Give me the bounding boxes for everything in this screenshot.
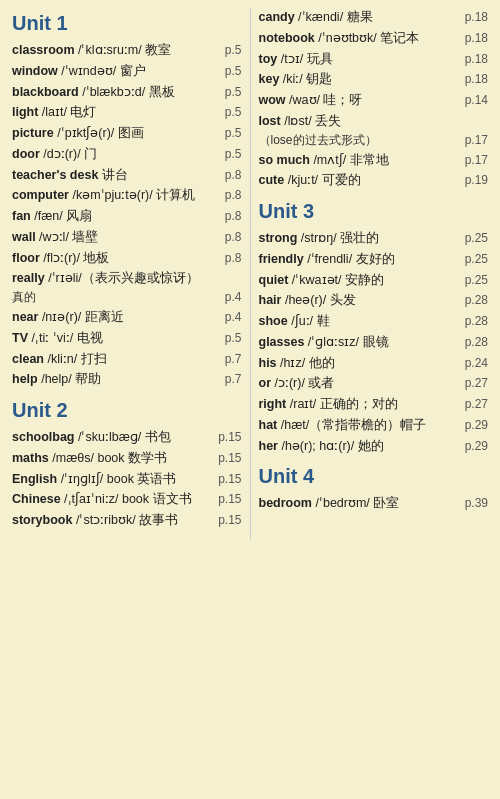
word-entry: near /nɪə(r)/ 距离近p.4 <box>12 308 242 327</box>
word-text: hair /heə(r)/ 头发 <box>259 291 461 310</box>
word-text: so much /mʌtʃ/ 非常地 <box>259 151 461 170</box>
word-text: fan /fæn/ 风扇 <box>12 207 214 226</box>
page-number: p.15 <box>214 449 242 467</box>
word-entry: teacher's desk 讲台p.8 <box>12 166 242 185</box>
page-number: p.25 <box>460 229 488 247</box>
word-entry: schoolbag /ˈskuːlbæɡ/ 书包p.15 <box>12 428 242 447</box>
left-column: Unit 1classroom /ˈklɑːsruːm/ 教室p.5window… <box>4 8 251 540</box>
page-number: p.5 <box>214 103 242 121</box>
word-text: blackboard /ˈblækbɔːd/ 黑板 <box>12 83 214 102</box>
word-entry: clean /kliːn/ 打扫p.7 <box>12 350 242 369</box>
word-extra-text: （lose的过去式形式） <box>259 132 461 149</box>
word-text: help /help/ 帮助 <box>12 370 214 389</box>
word-text: picture /ˈpɪktʃə(r)/ 图画 <box>12 124 214 143</box>
word-text: door /dɔː(r)/ 门 <box>12 145 214 164</box>
page-number: p.17 <box>460 151 488 169</box>
page-number: p.39 <box>460 494 488 512</box>
word-entry: Chinese /ˌtʃaɪˈniːz/ book 语文书p.15 <box>12 490 242 509</box>
word-entry: cute /kjuːt/ 可爱的p.19 <box>259 171 489 190</box>
page-number: p.18 <box>460 29 488 47</box>
word-text: schoolbag /ˈskuːlbæɡ/ 书包 <box>12 428 214 447</box>
word-entry: fan /fæn/ 风扇p.8 <box>12 207 242 226</box>
word-extra-text: 真的 <box>12 289 214 306</box>
right-column: candy /ˈkændi/ 糖果p.18notebook /ˈnəʊtbʊk/… <box>251 8 497 540</box>
word-text: cute /kjuːt/ 可爱的 <box>259 171 461 190</box>
page-number: p.14 <box>460 91 488 109</box>
page-number: p.27 <box>460 374 488 392</box>
word-text: light /laɪt/ 电灯 <box>12 103 214 122</box>
page-number: p.8 <box>214 166 242 184</box>
word-entry: English /ˈɪŋɡlɪʃ/ book 英语书p.15 <box>12 470 242 489</box>
unit-section: Unit 4bedroom /ˈbedrʊm/ 卧室p.39 <box>259 465 489 513</box>
word-text: her /hə(r); hɑː(r)/ 她的 <box>259 437 461 456</box>
unit-title: Unit 1 <box>12 12 242 35</box>
unit-title: Unit 4 <box>259 465 489 488</box>
word-entry: her /hə(r); hɑː(r)/ 她的p.29 <box>259 437 489 456</box>
word-entry: wall /wɔːl/ 墙壁p.8 <box>12 228 242 247</box>
page-number: p.27 <box>460 395 488 413</box>
page-number: p.15 <box>214 490 242 508</box>
word-entry: notebook /ˈnəʊtbʊk/ 笔记本p.18 <box>259 29 489 48</box>
word-entry: computer /kəmˈpjuːtə(r)/ 计算机p.8 <box>12 186 242 205</box>
word-entry: storybook /ˈstɔːribʊk/ 故事书p.15 <box>12 511 242 530</box>
unit-section: Unit 2schoolbag /ˈskuːlbæɡ/ 书包p.15maths … <box>12 399 242 530</box>
unit-section: Unit 1classroom /ˈklɑːsruːm/ 教室p.5window… <box>12 12 242 389</box>
word-text: Chinese /ˌtʃaɪˈniːz/ book 语文书 <box>12 490 214 509</box>
word-entry: wow /waʊ/ 哇；呀p.14 <box>259 91 489 110</box>
page-number: p.15 <box>214 428 242 446</box>
unit-title: Unit 2 <box>12 399 242 422</box>
word-entry: really /ˈrɪəli/（表示兴趣或惊讶）真的p.4 <box>12 269 242 306</box>
word-entry: right /raɪt/ 正确的；对的p.27 <box>259 395 489 414</box>
word-entry: toy /tɔɪ/ 玩具p.18 <box>259 50 489 69</box>
word-entry: so much /mʌtʃ/ 非常地p.17 <box>259 151 489 170</box>
word-text: teacher's desk 讲台 <box>12 166 214 185</box>
word-entry: candy /ˈkændi/ 糖果p.18 <box>259 8 489 27</box>
page-number: p.28 <box>460 312 488 330</box>
word-entry: quiet /ˈkwaɪət/ 安静的p.25 <box>259 271 489 290</box>
word-text: right /raɪt/ 正确的；对的 <box>259 395 461 414</box>
word-entry: floor /flɔː(r)/ 地板p.8 <box>12 249 242 268</box>
page-number: p.18 <box>460 70 488 88</box>
unit-section: candy /ˈkændi/ 糖果p.18notebook /ˈnəʊtbʊk/… <box>259 8 489 190</box>
page-number: p.18 <box>460 50 488 68</box>
word-text: near /nɪə(r)/ 距离近 <box>12 308 214 327</box>
page-number: p.18 <box>460 8 488 26</box>
page-number: p.15 <box>214 470 242 488</box>
word-entry: door /dɔː(r)/ 门p.5 <box>12 145 242 164</box>
word-text: English /ˈɪŋɡlɪʃ/ book 英语书 <box>12 470 214 489</box>
word-entry: hair /heə(r)/ 头发p.28 <box>259 291 489 310</box>
word-entry: light /laɪt/ 电灯p.5 <box>12 103 242 122</box>
page-number: p.4 <box>214 308 242 326</box>
word-entry: maths /mæθs/ book 数学书p.15 <box>12 449 242 468</box>
page-number: p.19 <box>460 171 488 189</box>
word-text: bedroom /ˈbedrʊm/ 卧室 <box>259 494 461 513</box>
word-text: friendly /ˈfrendli/ 友好的 <box>259 250 461 269</box>
page-number: p.25 <box>460 271 488 289</box>
unit-section: Unit 3strong /strɒŋ/ 强壮的p.25friendly /ˈf… <box>259 200 489 455</box>
page-number: p.5 <box>214 145 242 163</box>
word-extra-line: （lose的过去式形式）p.17 <box>259 131 489 149</box>
word-entry: classroom /ˈklɑːsruːm/ 教室p.5 <box>12 41 242 60</box>
word-text: lost /lɒst/ 丢失 <box>259 112 489 131</box>
word-text: glasses /ˈɡlɑːsɪz/ 眼镜 <box>259 333 461 352</box>
word-entry: TV /ˌtiː ˈviː/ 电视p.5 <box>12 329 242 348</box>
word-text: or /ɔː(r)/ 或者 <box>259 374 461 393</box>
page-number: p.8 <box>214 186 242 204</box>
page-number: p.5 <box>214 329 242 347</box>
word-entry: friendly /ˈfrendli/ 友好的p.25 <box>259 250 489 269</box>
page-number: p.4 <box>214 288 242 306</box>
word-text: storybook /ˈstɔːribʊk/ 故事书 <box>12 511 214 530</box>
page-number: p.5 <box>214 41 242 59</box>
word-text: strong /strɒŋ/ 强壮的 <box>259 229 461 248</box>
word-entry: picture /ˈpɪktʃə(r)/ 图画p.5 <box>12 124 242 143</box>
word-first-line: really /ˈrɪəli/（表示兴趣或惊讶） <box>12 269 242 288</box>
page-number: p.24 <box>460 354 488 372</box>
word-entry: strong /strɒŋ/ 强壮的p.25 <box>259 229 489 248</box>
word-entry: help /help/ 帮助p.7 <box>12 370 242 389</box>
page-number: p.5 <box>214 83 242 101</box>
word-text: maths /mæθs/ book 数学书 <box>12 449 214 468</box>
word-text: wall /wɔːl/ 墙壁 <box>12 228 214 247</box>
word-entry: key /kiː/ 钥匙p.18 <box>259 70 489 89</box>
word-text: key /kiː/ 钥匙 <box>259 70 461 89</box>
word-text: shoe /ʃuː/ 鞋 <box>259 312 461 331</box>
